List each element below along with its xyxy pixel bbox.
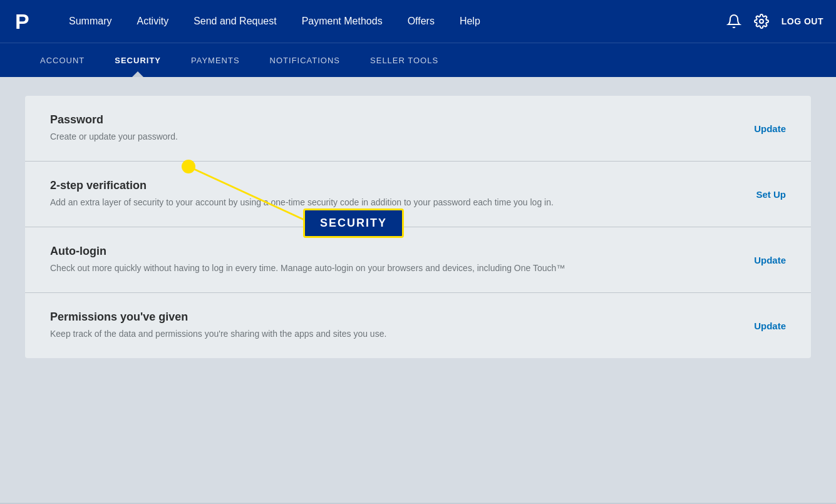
two-step-description: Add an extra layer of security to your a… [50,196,626,209]
nav-help[interactable]: Help [447,0,493,43]
sub-navigation: ACCOUNT SECURITY PAYMENTS NOTIFICATIONS … [0,43,836,77]
paypal-logo[interactable]: P [13,9,38,34]
svg-point-1 [760,19,763,23]
subnav-account[interactable]: ACCOUNT [25,43,100,78]
main-content: SECURITY Password Create or update your … [0,77,836,503]
password-update-link[interactable]: Update [754,123,786,134]
password-description: Create or update your password. [50,130,626,143]
svg-text:P: P [15,9,29,33]
permissions-row: Permissions you've given Keep track of t… [25,293,811,358]
top-nav-right: LOG OUT [726,14,823,29]
password-title: Password [50,113,741,126]
nav-offers[interactable]: Offers [395,0,447,43]
auto-login-content: Auto-login Check out more quickly withou… [50,245,741,275]
permissions-update-link[interactable]: Update [754,321,786,331]
subnav-notifications[interactable]: NOTIFICATIONS [255,43,355,78]
permissions-content: Permissions you've given Keep track of t… [50,311,741,341]
two-step-row: 2-step verification Add an extra layer o… [25,162,811,227]
nav-send-request[interactable]: Send and Request [181,0,289,43]
auto-login-update-link[interactable]: Update [754,255,786,265]
subnav-payments[interactable]: PAYMENTS [176,43,255,78]
password-content: Password Create or update your password. [50,113,741,143]
subnav-seller-tools[interactable]: SELLER TOOLS [355,43,453,78]
two-step-setup-link[interactable]: Set Up [756,189,786,200]
permissions-description: Keep track of the data and permissions y… [50,327,626,341]
permissions-title: Permissions you've given [50,311,741,324]
notifications-icon[interactable] [726,14,741,29]
nav-summary[interactable]: Summary [56,0,124,43]
auto-login-title: Auto-login [50,245,741,258]
two-step-title: 2-step verification [50,179,743,192]
password-row: Password Create or update your password.… [25,96,811,162]
nav-payment-methods[interactable]: Payment Methods [289,0,395,43]
auto-login-row: Auto-login Check out more quickly withou… [25,227,811,293]
top-nav-links: Summary Activity Send and Request Paymen… [56,0,726,43]
settings-icon[interactable] [754,14,769,29]
subnav-security[interactable]: SECURITY [100,43,176,78]
nav-activity[interactable]: Activity [124,0,181,43]
logout-button[interactable]: LOG OUT [782,16,823,26]
security-section: Password Create or update your password.… [25,96,811,358]
auto-login-description: Check out more quickly without having to… [50,262,626,275]
top-navigation: P Summary Activity Send and Request Paym… [0,0,836,43]
two-step-content: 2-step verification Add an extra layer o… [50,179,743,209]
